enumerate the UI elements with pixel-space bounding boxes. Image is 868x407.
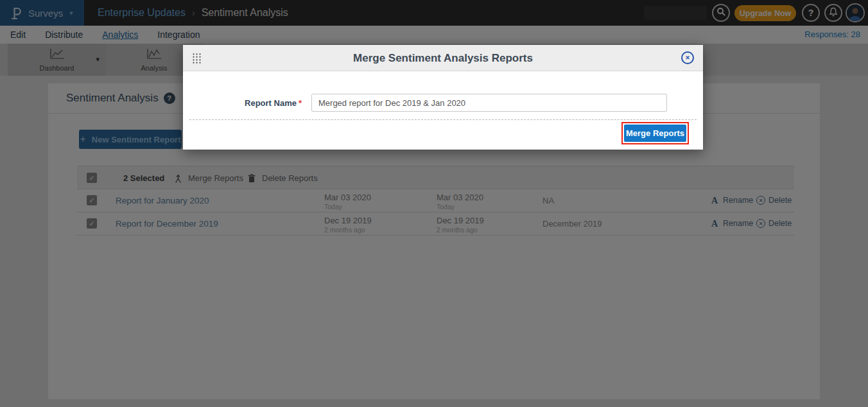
merge-reports-submit-label: Merge Reports [626, 128, 684, 138]
modal-title: Merge Sentiment Analysis Reports [183, 45, 703, 71]
drag-handle-icon[interactable] [192, 53, 201, 65]
report-name-input[interactable] [311, 94, 667, 112]
merge-reports-modal: Merge Sentiment Analysis Reports ✕ Repor… [183, 45, 703, 150]
report-name-label-text: Report Name [245, 98, 297, 108]
report-name-label: Report Name* [183, 98, 302, 108]
merge-reports-submit-button[interactable]: Merge Reports [624, 125, 686, 142]
close-icon[interactable]: ✕ [681, 51, 694, 64]
required-asterisk: * [299, 98, 302, 108]
app-screen: Surveys ▾ Enterprise Updates › Sentiment… [0, 0, 868, 407]
modal-header: Merge Sentiment Analysis Reports ✕ [183, 45, 703, 71]
modal-divider [189, 119, 697, 120]
click-annotation-highlight: Merge Reports [621, 122, 689, 144]
